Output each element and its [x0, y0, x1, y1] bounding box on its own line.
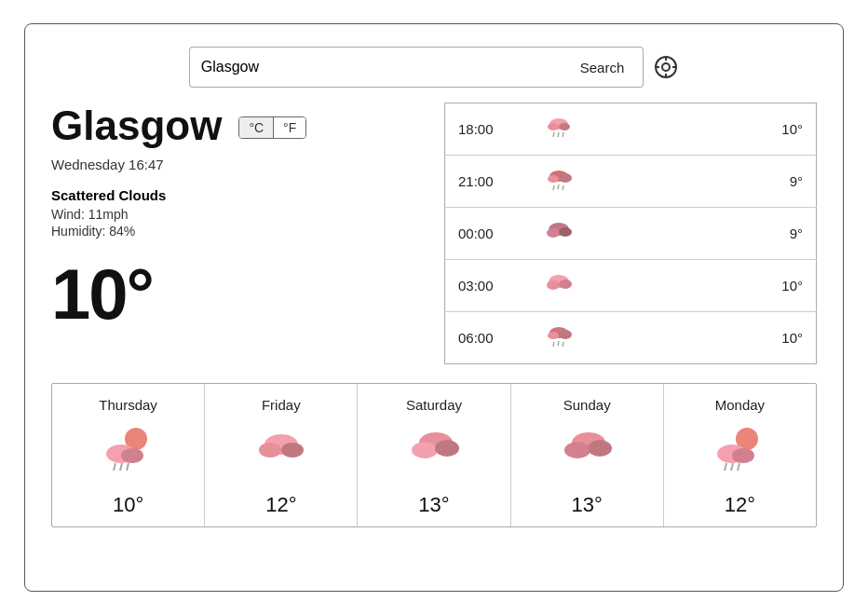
- day-card: Saturday 13°: [358, 384, 510, 526]
- svg-point-47: [732, 448, 754, 463]
- svg-point-32: [121, 448, 143, 463]
- day-card: Thursday 10°: [52, 384, 205, 526]
- left-panel: Glasgow °C °F Wednesday 16:47 Scattered …: [51, 102, 426, 335]
- hourly-row: 18:00 10°: [445, 103, 817, 156]
- hourly-icon: [529, 156, 589, 208]
- hourly-time: 18:00: [445, 103, 529, 156]
- svg-point-8: [559, 123, 570, 130]
- hourly-row: 06:00 10°: [445, 312, 817, 364]
- svg-point-44: [588, 440, 612, 457]
- svg-line-29: [563, 342, 563, 347]
- svg-line-16: [558, 184, 559, 189]
- svg-point-20: [559, 227, 572, 237]
- hourly-forecast-table: 18:00 10° 21:00 9° 00:00 9° 03:00 10° 06…: [444, 102, 817, 364]
- svg-line-50: [738, 463, 739, 471]
- hourly-row: 03:00 10°: [445, 260, 817, 312]
- hourly-time: 21:00: [445, 156, 529, 208]
- svg-point-22: [547, 280, 560, 290]
- day-icon: [559, 422, 615, 484]
- svg-point-38: [281, 443, 304, 458]
- svg-point-25: [548, 332, 559, 339]
- svg-line-28: [558, 341, 559, 346]
- hourly-icon: [529, 208, 589, 260]
- datetime: Wednesday 16:47: [51, 157, 426, 172]
- unit-toggle: °C °F: [238, 116, 306, 139]
- svg-line-15: [553, 185, 554, 190]
- fahrenheit-button[interactable]: °F: [274, 117, 305, 138]
- svg-point-1: [662, 63, 670, 71]
- svg-line-27: [553, 342, 554, 347]
- hourly-icon: [529, 312, 589, 364]
- hourly-temp: 10°: [589, 103, 817, 156]
- day-temp: 12°: [725, 493, 755, 517]
- hourly-temp: 9°: [589, 208, 817, 260]
- city-name: Glasgow: [51, 102, 222, 149]
- app-container: Search Glasgow °C °F: [24, 23, 844, 592]
- hourly-row: 21:00 9°: [445, 156, 817, 208]
- svg-point-19: [547, 228, 560, 238]
- hourly-icon: [529, 260, 589, 312]
- hourly-temp: 9°: [589, 156, 817, 208]
- day-name: Saturday: [406, 397, 462, 413]
- svg-point-23: [559, 280, 572, 289]
- main-area: Glasgow °C °F Wednesday 16:47 Scattered …: [51, 102, 817, 364]
- svg-point-13: [548, 175, 559, 183]
- day-name: Monday: [715, 397, 765, 413]
- day-temp: 13°: [418, 493, 449, 517]
- svg-line-17: [563, 185, 563, 190]
- hourly-time: 03:00: [445, 260, 529, 312]
- hourly-temp: 10°: [589, 312, 817, 364]
- hourly-icon: [529, 103, 589, 156]
- svg-point-41: [435, 440, 459, 457]
- svg-line-9: [553, 132, 554, 137]
- svg-line-10: [558, 132, 559, 137]
- svg-point-40: [412, 442, 438, 458]
- day-icon: [712, 422, 767, 484]
- day-temp: 10°: [113, 493, 143, 517]
- day-name: Sunday: [563, 397, 611, 413]
- day-card: Monday 12°: [664, 384, 816, 526]
- day-temp: 12°: [265, 493, 296, 517]
- svg-line-49: [731, 463, 733, 471]
- condition: Scattered Clouds: [51, 187, 426, 203]
- wind: Wind: 11mph: [51, 207, 426, 222]
- svg-point-37: [259, 443, 281, 458]
- day-icon: [253, 422, 309, 484]
- current-temperature: 10°: [51, 253, 426, 335]
- day-card: Friday 12°: [205, 384, 358, 526]
- humidity: Humidity: 84%: [51, 224, 426, 239]
- day-icon: [406, 422, 462, 484]
- svg-point-43: [564, 442, 590, 458]
- svg-point-7: [548, 123, 559, 130]
- svg-line-34: [120, 463, 122, 471]
- svg-line-35: [127, 463, 129, 471]
- day-temp: 13°: [572, 493, 603, 517]
- celsius-button[interactable]: °C: [239, 117, 273, 138]
- svg-line-11: [563, 132, 563, 137]
- day-name: Friday: [262, 397, 301, 413]
- weather-details: Scattered Clouds Wind: 11mph Humidity: 8…: [51, 187, 426, 240]
- hourly-row: 00:00 9°: [445, 208, 817, 260]
- hourly-temp: 10°: [589, 260, 817, 312]
- svg-point-14: [559, 173, 572, 183]
- svg-point-26: [559, 330, 572, 339]
- svg-line-33: [114, 463, 115, 471]
- search-bar: Search: [51, 47, 817, 88]
- day-icon: [101, 422, 156, 484]
- day-card: Sunday 13°: [511, 384, 664, 526]
- day-name: Thursday: [99, 397, 157, 413]
- hourly-time: 06:00: [445, 312, 529, 364]
- daily-forecast: Thursday 10° Friday 12° Saturday 13° Sun…: [51, 383, 817, 527]
- search-button[interactable]: Search: [562, 47, 644, 88]
- hourly-time: 00:00: [445, 208, 529, 260]
- search-input[interactable]: [189, 47, 562, 88]
- location-icon-button[interactable]: [653, 54, 679, 80]
- gps-icon: [653, 54, 679, 80]
- svg-line-48: [725, 463, 726, 471]
